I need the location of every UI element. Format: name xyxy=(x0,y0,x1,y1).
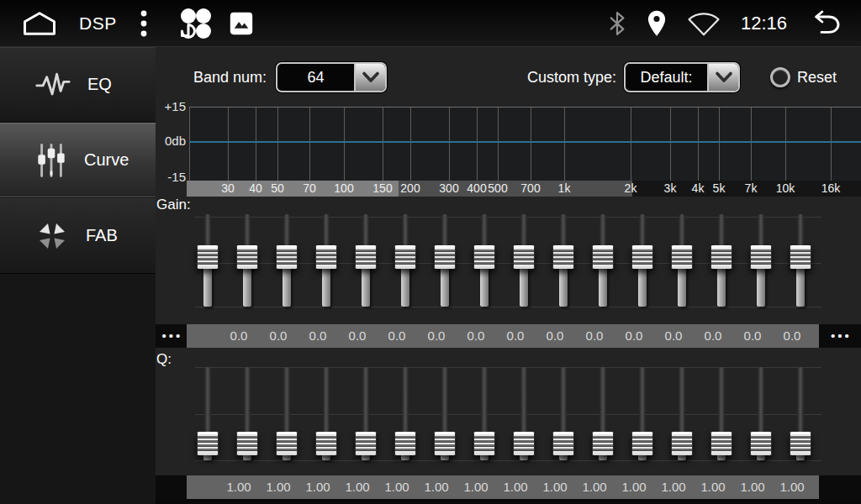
q-slider-thumb[interactable] xyxy=(355,432,377,455)
q-slider-thumb[interactable] xyxy=(671,432,693,455)
q-slider-thumb[interactable] xyxy=(276,432,298,455)
bottom-edge-bar xyxy=(156,499,861,504)
freq-tick-label: 70 xyxy=(293,181,326,197)
q-values-strip: 1.001.001.001.001.001.001.001.001.001.00… xyxy=(187,475,819,499)
q-slider-thumb[interactable] xyxy=(236,432,258,455)
fab-balance-icon xyxy=(35,219,69,253)
sidebar-item-eq[interactable]: EQ xyxy=(0,47,156,123)
freq-tick-label: 200 xyxy=(394,181,427,197)
gain-slider-thumb[interactable] xyxy=(552,245,574,269)
freq-tick-label: 50 xyxy=(261,181,294,197)
plot-gridline xyxy=(256,108,256,181)
q-slider-thumb[interactable] xyxy=(473,432,495,455)
y-axis-label-plus15: +15 xyxy=(156,99,186,113)
plot-gridline xyxy=(228,108,229,181)
reset-radio[interactable] xyxy=(770,67,790,87)
q-slider-thumb[interactable] xyxy=(552,432,574,455)
gain-slider-thumb[interactable] xyxy=(197,245,219,269)
q-value: 1.00 xyxy=(575,475,614,499)
q-value: 1.00 xyxy=(298,475,337,499)
q-slider-thumb[interactable] xyxy=(315,432,337,455)
gain-value: 0.0 xyxy=(259,324,298,348)
scroll-left-icon: ••• xyxy=(160,324,183,348)
gain-scroll-right-button[interactable]: ••• xyxy=(819,324,861,348)
plot-gridline xyxy=(670,108,671,181)
sidebar-item-fab[interactable]: FAB xyxy=(0,198,156,274)
sidebar-item-curve[interactable]: Curve xyxy=(0,123,156,198)
bluetooth-icon xyxy=(608,9,626,38)
eq-waveform-icon xyxy=(35,71,71,99)
sidebar-item-label: EQ xyxy=(87,75,112,94)
gain-slider-thumb[interactable] xyxy=(236,245,258,269)
gain-value: 0.0 xyxy=(378,324,416,348)
band-num-value: 64 xyxy=(277,64,354,91)
freq-tick-label: 5k xyxy=(702,181,736,197)
q-slider-thumb[interactable] xyxy=(434,432,456,455)
gain-scroll-left-button[interactable]: ••• xyxy=(156,324,187,348)
gain-slider-thumb[interactable] xyxy=(513,245,535,269)
gain-slider-thumb[interactable] xyxy=(315,245,337,269)
plot-gridline xyxy=(498,108,499,181)
q-value: 1.00 xyxy=(654,475,693,499)
q-value: 1.00 xyxy=(259,475,298,499)
plot-gridline xyxy=(449,108,450,181)
plot-gridline xyxy=(189,108,190,181)
band-num-dropdown[interactable]: 64 xyxy=(276,62,387,92)
gain-slider-thumb[interactable] xyxy=(355,245,377,269)
gain-slider-thumb[interactable] xyxy=(473,245,495,269)
freq-tick-label: 2k xyxy=(614,181,647,197)
custom-type-value: Default: xyxy=(626,64,707,91)
plot-gridline xyxy=(785,108,786,181)
plot-gridline xyxy=(719,108,720,181)
gain-slider-thumb[interactable] xyxy=(276,245,298,269)
gain-slider-thumb[interactable] xyxy=(710,245,732,269)
q-row-left-cap xyxy=(156,475,187,499)
page-title: DSP xyxy=(79,13,117,34)
q-value: 1.00 xyxy=(496,475,535,499)
gain-value: 0.0 xyxy=(219,324,258,348)
sidebar-item-label: FAB xyxy=(86,226,118,245)
gain-slider-thumb[interactable] xyxy=(434,245,456,269)
q-value: 1.00 xyxy=(219,475,258,499)
q-section-label: Q: xyxy=(156,351,172,368)
freq-tick-label: 100 xyxy=(327,181,361,197)
q-slider-thumb[interactable] xyxy=(394,432,416,455)
q-slider-thumb[interactable] xyxy=(710,432,732,455)
q-slider-thumb[interactable] xyxy=(750,432,772,455)
back-icon[interactable] xyxy=(807,10,843,37)
plot-gridline xyxy=(564,108,565,181)
q-slider-thumb[interactable] xyxy=(631,432,653,455)
q-values-row: 1.001.001.001.001.001.001.001.001.001.00… xyxy=(156,475,861,499)
q-slider-thumb[interactable] xyxy=(790,432,811,455)
chevron-down-icon[interactable] xyxy=(707,64,738,91)
reset-label: Reset xyxy=(797,62,837,92)
gain-slider-thumb[interactable] xyxy=(790,245,811,269)
gain-value: 0.0 xyxy=(575,324,614,348)
gain-slider-thumb[interactable] xyxy=(671,245,693,269)
gallery-icon[interactable] xyxy=(230,12,253,35)
gain-value: 0.0 xyxy=(536,324,574,348)
freq-tick-label: 16k xyxy=(814,181,848,197)
home-icon[interactable] xyxy=(22,11,57,36)
custom-type-dropdown[interactable]: Default: xyxy=(624,62,740,92)
frequency-axis: 304050701001502003004005007001k2k3k4k5k7… xyxy=(156,181,861,197)
gain-value: 0.0 xyxy=(733,324,772,348)
sidebar: EQ Curve xyxy=(0,47,156,504)
plot-gridline xyxy=(277,108,278,181)
plot-gridline xyxy=(309,108,310,181)
gain-slider-thumb[interactable] xyxy=(394,245,416,269)
q-slider-thumb[interactable] xyxy=(513,432,535,455)
overflow-menu-icon[interactable] xyxy=(139,9,149,38)
gain-slider-thumb[interactable] xyxy=(631,245,653,269)
gain-slider-thumb[interactable] xyxy=(750,245,772,269)
q-value: 1.00 xyxy=(733,475,772,499)
apps-clover-icon[interactable] xyxy=(177,6,213,41)
q-value: 1.00 xyxy=(417,475,456,499)
q-slider-thumb[interactable] xyxy=(197,432,219,455)
gain-slider-thumb[interactable] xyxy=(592,245,614,269)
chevron-down-icon[interactable] xyxy=(354,64,385,91)
plot-gridline xyxy=(631,108,631,181)
q-slider-thumb[interactable] xyxy=(592,432,614,455)
eq-curve-plot xyxy=(189,107,861,181)
gain-value: 0.0 xyxy=(417,324,456,348)
